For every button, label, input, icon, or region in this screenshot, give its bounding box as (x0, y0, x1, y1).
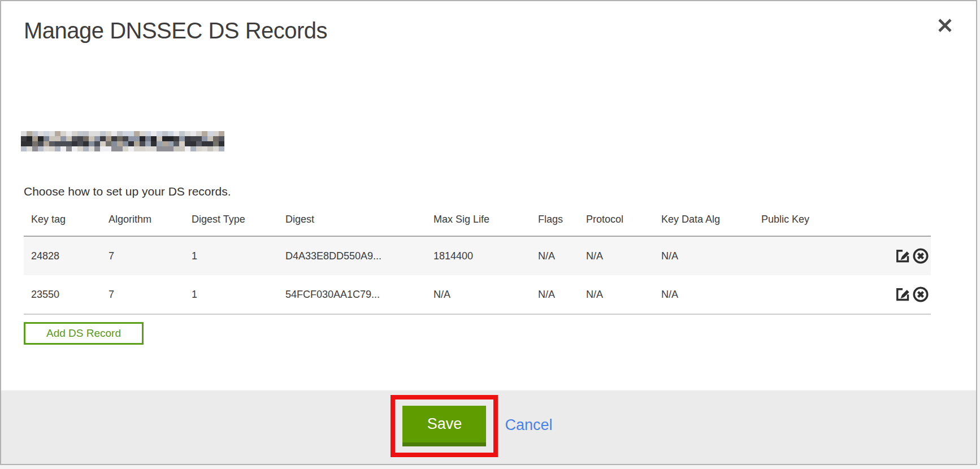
edit-record-icon (894, 286, 911, 303)
instruction-text: Choose how to set up your DS records. (24, 184, 976, 199)
redacted-domain-name (21, 131, 224, 151)
table-cell: N/A (654, 236, 754, 275)
edit-record-icon (894, 247, 911, 264)
table-row: 2482871D4A33E8DD550A9...1814400N/AN/AN/A (24, 236, 931, 275)
table-cell: 7 (101, 275, 184, 314)
column-header: Flags (531, 199, 579, 236)
table-cell: 1 (184, 275, 278, 314)
table-cell: 54FCF030AA1C79... (278, 275, 426, 314)
table-cell: N/A (654, 275, 754, 314)
table-cell: N/A (426, 275, 531, 314)
delete-record-icon (912, 286, 929, 303)
column-header: Protocol (579, 199, 654, 236)
close-button[interactable] (935, 16, 955, 35)
table-row: 235507154FCF030AA1C79...N/AN/AN/AN/A (24, 275, 931, 314)
ds-records-table: Key tagAlgorithmDigest TypeDigestMax Sig… (24, 199, 931, 315)
column-header: Public Key (754, 199, 886, 236)
table-cell: D4A33E8DD550A9... (278, 236, 426, 275)
column-header-actions (886, 199, 931, 236)
delete-record-icon (912, 247, 929, 264)
row-actions (886, 275, 931, 314)
cancel-link[interactable]: Cancel (505, 416, 552, 434)
table-cell: 1 (184, 236, 278, 275)
table-cell: N/A (531, 236, 579, 275)
row-actions (886, 236, 931, 275)
delete-record-button[interactable] (912, 247, 929, 264)
table-cell: 23550 (24, 275, 101, 314)
page-title: Manage DNSSEC DS Records (24, 17, 976, 44)
edit-record-button[interactable] (894, 247, 911, 264)
add-ds-record-button[interactable]: Add DS Record (24, 322, 144, 345)
column-header: Digest (278, 199, 426, 236)
dnssec-modal: Manage DNSSEC DS Records Choose how to s… (0, 0, 977, 465)
column-header: Key tag (24, 199, 101, 236)
edit-record-button[interactable] (894, 286, 911, 303)
save-button[interactable]: Save (402, 406, 486, 446)
table-cell: N/A (531, 275, 579, 314)
table-cell (754, 275, 886, 314)
column-header: Max Sig Life (426, 199, 531, 236)
table-cell: 7 (101, 236, 184, 275)
column-header: Key Data Alg (654, 199, 754, 236)
annotation-highlight-box: Save (391, 395, 498, 457)
table-cell: 1814400 (426, 236, 531, 275)
table-header-row: Key tagAlgorithmDigest TypeDigestMax Sig… (24, 199, 931, 236)
delete-record-button[interactable] (912, 286, 929, 303)
table-cell (754, 236, 886, 275)
table-cell: 24828 (24, 236, 101, 275)
column-header: Digest Type (184, 199, 278, 236)
table-cell: N/A (579, 236, 654, 275)
close-icon (937, 18, 953, 33)
modal-footer: Save Cancel (1, 390, 976, 464)
column-header: Algorithm (101, 199, 184, 236)
table-cell: N/A (579, 275, 654, 314)
